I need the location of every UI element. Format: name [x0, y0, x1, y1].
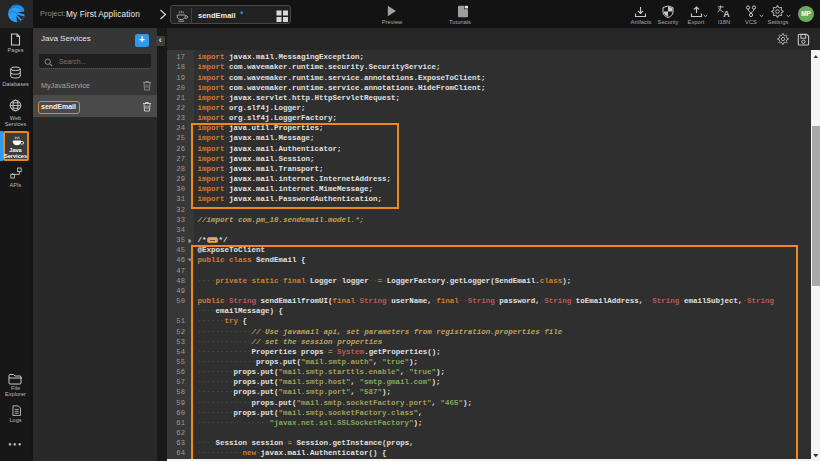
svg-text:A: A [723, 9, 730, 18]
